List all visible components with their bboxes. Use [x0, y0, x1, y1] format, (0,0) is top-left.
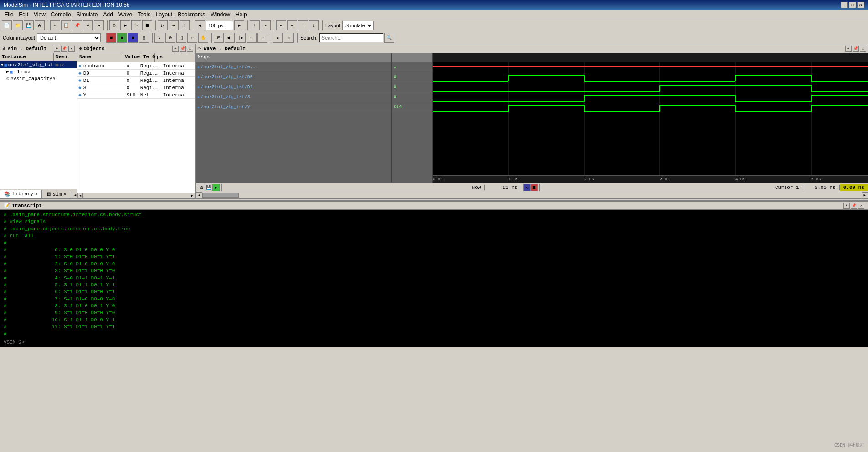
tb-open-btn[interactable]: 📁: [13, 20, 23, 30]
wave-scroll-right[interactable]: ▶: [862, 192, 868, 198]
tb-step-btn[interactable]: ⇥: [169, 20, 179, 30]
wave-scroll-thumb[interactable]: [202, 193, 239, 198]
transcript-content[interactable]: # .main_pane.structure.interior.cs.body.…: [0, 210, 868, 347]
tb-color2[interactable]: ■: [117, 33, 127, 43]
menu-file[interactable]: File: [2, 10, 16, 19]
wave-signal-eachvec[interactable]: ◆ /mux2to1_vlg_tst/e...: [196, 62, 391, 72]
tb-zoom-out[interactable]: -: [261, 20, 271, 30]
objects-add-btn[interactable]: +: [172, 46, 179, 52]
menu-layout[interactable]: Layout: [153, 10, 175, 19]
obj-row-eachvec[interactable]: ◆ eachvec x Regi... Interna: [77, 62, 195, 70]
obj-row-s[interactable]: ◆ S 0 Regi... Interna: [77, 84, 195, 91]
menu-compile[interactable]: Compile: [48, 10, 74, 19]
tb-nav4[interactable]: ↓: [309, 20, 319, 30]
tb-nav2[interactable]: ⇥: [287, 20, 297, 30]
menu-tools[interactable]: Tools: [135, 10, 153, 19]
sim-pin-btn[interactable]: 📌: [61, 46, 67, 52]
tb-color4[interactable]: ▤: [139, 33, 149, 43]
sim-add-btn[interactable]: +: [54, 46, 60, 52]
obj-row-d0[interactable]: ◆ D0 0 Regi... Interna: [77, 70, 195, 77]
tb-pan-btn[interactable]: ✋: [198, 33, 208, 43]
wave-cursor-btn2[interactable]: ⏹: [530, 184, 538, 191]
tb-color1[interactable]: ■: [106, 33, 116, 43]
sim-close-btn[interactable]: ✕: [68, 46, 75, 52]
menu-help[interactable]: Help: [233, 10, 250, 19]
tb-bookmark1[interactable]: ★: [273, 33, 283, 43]
maximize-button[interactable]: □: [849, 2, 856, 8]
transcript-close-btn[interactable]: ✕: [858, 203, 864, 209]
tb-stop-btn[interactable]: ⏹: [142, 20, 152, 30]
tb-copy-btn[interactable]: 📋: [61, 20, 71, 30]
tb-time-prev[interactable]: ◀: [195, 20, 205, 30]
tb-prev-cursor[interactable]: ←: [247, 33, 257, 43]
tab-library-close[interactable]: ✕: [35, 192, 37, 197]
tb-select-btn[interactable]: ⬚: [176, 33, 186, 43]
wave-svg-container[interactable]: [433, 62, 868, 175]
wave-signal-s[interactable]: ◆ /mux2to1_vlg_tst/S: [196, 92, 391, 102]
objects-pin-btn[interactable]: 📌: [180, 46, 186, 52]
tb-measure-btn[interactable]: ↔: [187, 33, 197, 43]
tb-zoom-cursor[interactable]: ⊕: [165, 33, 175, 43]
menu-view[interactable]: View: [31, 10, 48, 19]
tb-time-next[interactable]: ▶: [234, 20, 244, 30]
tb-search-btn[interactable]: 🔍: [384, 33, 394, 43]
wave-cursor-btn1[interactable]: ↖: [523, 184, 530, 191]
layout-dropdown[interactable]: Simulate: [342, 21, 374, 30]
tb-next-edge[interactable]: |▶: [236, 33, 246, 43]
tb-prev-edge[interactable]: ◀|: [225, 33, 235, 43]
tb-next-cursor[interactable]: →: [257, 33, 267, 43]
wave-signal-d0[interactable]: ◆ /mux2to1_vlg_tst/D0: [196, 72, 391, 82]
tb-break-btn[interactable]: ⏸: [180, 20, 190, 30]
minimize-button[interactable]: ─: [841, 2, 848, 8]
search-input[interactable]: [319, 33, 383, 42]
tb-zoom-in[interactable]: +: [250, 20, 260, 30]
tb-wave-btn[interactable]: 〜: [131, 20, 141, 30]
tb-run-btn[interactable]: ▷: [158, 20, 168, 30]
wave-signal-d1[interactable]: ◆ /mux2to1_vlg_tst/D1: [196, 82, 391, 92]
close-button[interactable]: ✕: [857, 2, 864, 8]
obj-scroll-right[interactable]: ▶: [190, 193, 195, 198]
tb-save-btn[interactable]: 💾: [24, 20, 34, 30]
wave-signal-y[interactable]: ◆ /mux2to1_vlg_tst/Y: [196, 102, 391, 112]
tb-color3[interactable]: ■: [128, 33, 138, 43]
sim-item-mux2to1[interactable]: ▼ ▣ mux2to1_vlg_tst mux: [0, 61, 77, 68]
tb-new-btn[interactable]: 📄: [2, 20, 12, 30]
wave-status-btn2[interactable]: 💾: [205, 184, 212, 191]
menu-edit[interactable]: Edit: [16, 10, 31, 19]
transcript-add-btn[interactable]: +: [843, 203, 850, 209]
tb-redo-btn[interactable]: ↪: [94, 20, 104, 30]
tb-print-btn[interactable]: 🖨: [35, 20, 45, 30]
tb-compile-btn[interactable]: ⚙: [109, 20, 119, 30]
wave-scroll-track[interactable]: [202, 192, 862, 198]
tb-time-input[interactable]: 100 ps: [206, 21, 233, 30]
tb-cut-btn[interactable]: ✂: [50, 20, 60, 30]
tab-sim[interactable]: 🖥 sim ✕: [42, 190, 70, 198]
tb-bookmark2[interactable]: ☆: [284, 33, 294, 43]
transcript-pin-btn[interactable]: 📌: [851, 203, 857, 209]
menu-bookmarks[interactable]: Bookmarks: [175, 10, 208, 19]
tb-paste-btn[interactable]: 📌: [72, 20, 82, 30]
wave-pin-btn[interactable]: 📌: [853, 46, 859, 52]
tb-nav1[interactable]: ⇤: [276, 20, 286, 30]
sim-item-vsim[interactable]: ⊙ #vsim_capacity#: [0, 75, 77, 82]
tab-library[interactable]: 📚 Library ✕: [0, 190, 42, 198]
obj-row-y[interactable]: ◆ Y St0 Net Interna: [77, 91, 195, 99]
tb-cursor-btn[interactable]: ↖: [154, 33, 164, 43]
wave-status-btn1[interactable]: 🖥: [198, 184, 205, 191]
wave-add-btn[interactable]: +: [845, 46, 852, 52]
menu-add[interactable]: Add: [101, 10, 116, 19]
obj-scroll-left[interactable]: ◀: [77, 193, 83, 198]
obj-row-d1[interactable]: ◆ D1 0 Regi... Interna: [77, 77, 195, 84]
wave-status-btn3[interactable]: ▶: [212, 184, 220, 191]
wave-close-btn[interactable]: ✕: [860, 46, 866, 52]
column-layout-dropdown[interactable]: Default: [37, 33, 101, 42]
tb-nav3[interactable]: ↑: [298, 20, 308, 30]
tb-fit-btn[interactable]: ⊟: [214, 33, 224, 43]
sim-item-i1[interactable]: ▶ ▣ i1 mux: [0, 68, 77, 75]
menu-wave[interactable]: Wave: [116, 10, 135, 19]
tb-undo-btn[interactable]: ↩: [83, 20, 93, 30]
tab-sim-close[interactable]: ✕: [63, 192, 66, 197]
wave-scroll-left[interactable]: ◀: [196, 192, 202, 198]
menu-window[interactable]: Window: [208, 10, 233, 19]
tb-sim-btn[interactable]: ▶: [120, 20, 130, 30]
